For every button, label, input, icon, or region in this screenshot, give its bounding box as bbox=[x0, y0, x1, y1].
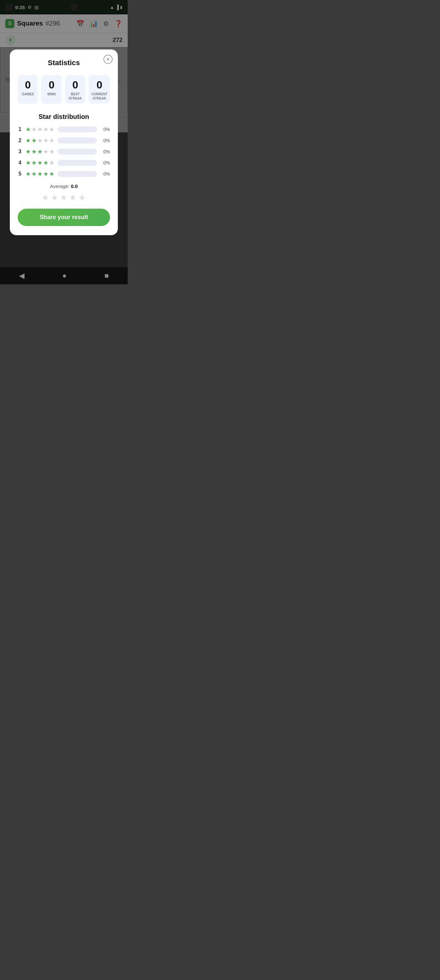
games-value: 0 bbox=[25, 80, 31, 90]
star-filled: ★ bbox=[25, 137, 31, 144]
dist-pct-4: 0% bbox=[100, 160, 110, 165]
dist-pct-2: 0% bbox=[100, 138, 110, 143]
best-streak-value: 0 bbox=[72, 80, 78, 90]
dist-row-1: 1 ★ ★ ★ ★ ★ 0% bbox=[17, 126, 110, 133]
star-empty: ★ bbox=[37, 137, 43, 144]
close-button[interactable]: ✕ bbox=[103, 55, 113, 64]
average-label: Average: bbox=[50, 183, 70, 189]
dist-row-4: 4 ★ ★ ★ ★ ★ 0% bbox=[17, 159, 110, 166]
stat-games: 0 GAMES bbox=[17, 75, 38, 104]
share-button[interactable]: Share your result bbox=[17, 208, 110, 226]
star-empty: ★ bbox=[49, 148, 54, 155]
stat-wins: 0 WINS bbox=[41, 75, 62, 104]
modal-title: Statistics bbox=[17, 59, 110, 67]
star-dist-title: Star distribution bbox=[17, 113, 110, 121]
star-empty: ★ bbox=[49, 126, 54, 133]
games-label: GAMES bbox=[22, 92, 34, 96]
dist-stars-5: ★ ★ ★ ★ ★ bbox=[25, 170, 54, 178]
dist-pct-3: 0% bbox=[100, 149, 110, 154]
dist-bar-3 bbox=[58, 149, 97, 154]
average-value: 0.0 bbox=[71, 183, 78, 189]
star-filled: ★ bbox=[32, 170, 37, 178]
star-filled: ★ bbox=[25, 126, 31, 133]
dist-bar-2 bbox=[58, 138, 97, 143]
stat-best-streak: 0 BESTSTREAK bbox=[65, 75, 86, 104]
avg-star-5: ★ bbox=[79, 193, 86, 202]
dist-stars-1: ★ ★ ★ ★ ★ bbox=[25, 126, 54, 133]
dist-num-5: 5 bbox=[17, 171, 22, 177]
current-streak-value: 0 bbox=[97, 80, 102, 90]
avg-star-1: ★ bbox=[42, 193, 49, 202]
star-filled: ★ bbox=[25, 148, 31, 155]
star-filled: ★ bbox=[43, 170, 48, 178]
dist-num-1: 1 bbox=[17, 126, 22, 132]
dist-row-5: 5 ★ ★ ★ ★ ★ 0% bbox=[17, 170, 110, 178]
avg-star-2: ★ bbox=[51, 193, 58, 202]
star-filled: ★ bbox=[37, 159, 43, 166]
star-filled: ★ bbox=[25, 170, 31, 178]
dist-bar-5 bbox=[58, 171, 97, 177]
best-streak-label: BESTSTREAK bbox=[68, 92, 82, 100]
avg-star-3: ★ bbox=[60, 193, 67, 202]
stat-current-streak: 0 CURRENTSTREAK bbox=[89, 75, 110, 104]
star-filled: ★ bbox=[32, 148, 37, 155]
dist-stars-2: ★ ★ ★ ★ ★ bbox=[25, 137, 54, 144]
star-empty: ★ bbox=[43, 148, 48, 155]
wins-label: WINS bbox=[48, 92, 56, 96]
star-filled: ★ bbox=[32, 159, 37, 166]
dist-stars-3: ★ ★ ★ ★ ★ bbox=[25, 148, 54, 155]
star-empty: ★ bbox=[43, 137, 48, 144]
star-empty: ★ bbox=[37, 126, 43, 133]
current-streak-label: CURRENTSTREAK bbox=[91, 92, 107, 100]
star-filled: ★ bbox=[25, 159, 31, 166]
statistics-modal: ✕ Statistics 0 GAMES 0 WINS 0 BESTSTREAK… bbox=[10, 49, 118, 235]
stats-row: 0 GAMES 0 WINS 0 BESTSTREAK 0 CURRENTSTR… bbox=[17, 75, 110, 104]
star-filled: ★ bbox=[32, 137, 37, 144]
dist-bar-1 bbox=[58, 126, 97, 132]
dist-num-2: 2 bbox=[17, 138, 22, 143]
avg-star-4: ★ bbox=[70, 193, 76, 202]
star-filled: ★ bbox=[49, 170, 54, 178]
average-row: Average: 0.0 bbox=[17, 183, 110, 189]
dist-stars-4: ★ ★ ★ ★ ★ bbox=[25, 159, 54, 166]
star-empty: ★ bbox=[43, 126, 48, 133]
wins-value: 0 bbox=[49, 80, 55, 90]
star-filled: ★ bbox=[37, 170, 43, 178]
dist-num-4: 4 bbox=[17, 160, 22, 166]
modal-overlay: ✕ Statistics 0 GAMES 0 WINS 0 BESTSTREAK… bbox=[0, 0, 128, 284]
star-empty: ★ bbox=[49, 159, 54, 166]
star-filled: ★ bbox=[43, 159, 48, 166]
dist-row-2: 2 ★ ★ ★ ★ ★ 0% bbox=[17, 137, 110, 144]
dist-pct-5: 0% bbox=[100, 171, 110, 177]
dist-num-3: 3 bbox=[17, 149, 22, 154]
dist-row-3: 3 ★ ★ ★ ★ ★ 0% bbox=[17, 148, 110, 155]
star-filled: ★ bbox=[37, 148, 43, 155]
star-empty: ★ bbox=[32, 126, 37, 133]
star-empty: ★ bbox=[49, 137, 54, 144]
avg-stars-display: ★ ★ ★ ★ ★ bbox=[17, 193, 110, 202]
dist-pct-1: 0% bbox=[100, 127, 110, 132]
dist-bar-4 bbox=[58, 160, 97, 166]
